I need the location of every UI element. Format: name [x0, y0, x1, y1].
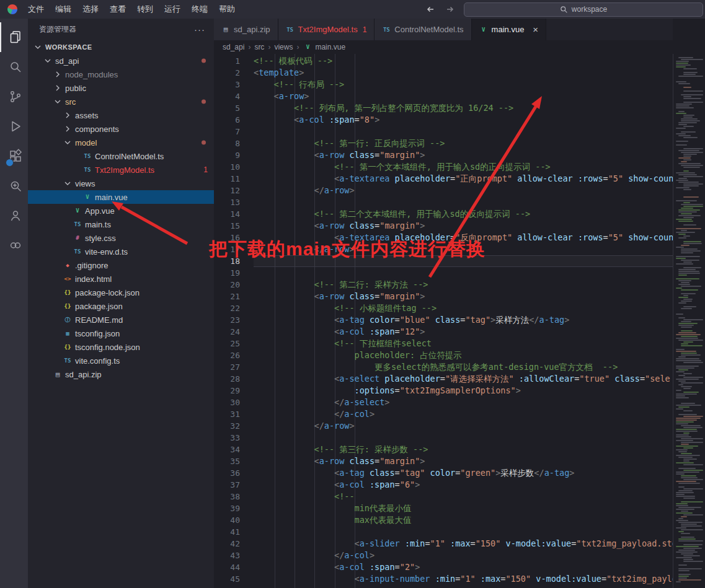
code-line-12[interactable]: </a-row> [254, 185, 673, 196]
line-number-25[interactable]: 25 [214, 338, 254, 349]
line-number-7[interactable]: 7 [214, 126, 254, 138]
tab-controlnetmodel-ts[interactable]: TSControlNetModel.ts [375, 19, 471, 40]
code-line-25[interactable]: <!-- 下拉框组件select [254, 338, 673, 349]
code-line-23[interactable]: <a-tag color="blue" class="tag">采样方法</a-… [254, 314, 673, 326]
line-number-32[interactable]: 32 [214, 420, 254, 432]
line-number-29[interactable]: 29 [214, 385, 254, 397]
line-number-15[interactable]: 15 [214, 220, 254, 232]
code-line-8[interactable]: <!-- 第一行: 正反向提示词 --> [254, 138, 673, 149]
tree-item-sd-api-zip[interactable]: ▤sd_api.zip [28, 367, 214, 381]
code-line-4[interactable]: <a-row> [254, 90, 673, 102]
line-number-2[interactable]: 2 [214, 67, 254, 79]
tree-item-index-html[interactable]: <>index.html [28, 272, 214, 286]
tree-item-sd-api[interactable]: sd_api [28, 54, 214, 68]
line-number-37[interactable]: 37 [214, 479, 254, 491]
more-actions-icon[interactable]: ··· [194, 24, 205, 35]
tree-item-gitignore[interactable]: ◆.gitignore [28, 258, 214, 272]
close-tab-icon[interactable]: × [533, 25, 538, 34]
line-number-12[interactable]: 12 [214, 185, 254, 196]
tree-item-vite-config-ts[interactable]: TSvite.config.ts [28, 354, 214, 367]
code-line-16[interactable]: <a-textarea placeholder="反向prompt" allow… [254, 232, 673, 244]
code-line-19[interactable] [254, 267, 673, 279]
code-line-13[interactable] [254, 196, 673, 208]
line-number-34[interactable]: 34 [214, 444, 254, 455]
breadcrumb-item-views[interactable]: views [274, 43, 293, 51]
code-line-5[interactable]: <!-- 列布局, 第一列占整个网页的宽度比为 16/24 --> [254, 102, 673, 114]
breadcrumb-item-sd-api[interactable]: sd_api [223, 43, 244, 51]
accounts-icon[interactable] [0, 201, 29, 230]
search-icon[interactable] [0, 52, 29, 82]
code-line-17[interactable]: </a-row> [254, 244, 673, 255]
line-number-26[interactable]: 26 [214, 349, 254, 361]
code-line-43[interactable]: </a-col> [254, 550, 673, 561]
menu-selection[interactable]: 选择 [77, 0, 104, 19]
code-line-18[interactable] [254, 255, 673, 267]
run-debug-icon[interactable] [0, 112, 29, 141]
breadcrumb-item-main-vue[interactable]: Vmain.vue [303, 43, 345, 51]
code-line-36[interactable]: <a-tag class="tag" color="green">采样步数</a… [254, 467, 673, 479]
code-line-26[interactable]: placeholder: 占位符提示 [254, 349, 673, 361]
line-number-16[interactable]: 16 [214, 232, 254, 244]
tree-item-main-vue[interactable]: Vmain.vue [28, 190, 214, 204]
line-number-17[interactable]: 17 [214, 244, 254, 255]
nav-back-button[interactable] [425, 4, 435, 14]
explorer-icon[interactable] [0, 22, 29, 52]
tree-item-readme-md[interactable]: ⓘREADME.md [28, 313, 214, 327]
code-line-38[interactable]: <!-- [254, 491, 673, 502]
line-number-11[interactable]: 11 [214, 173, 254, 185]
code-line-22[interactable]: <!-- 小标题组件tag --> [254, 302, 673, 314]
extensions-icon[interactable] [0, 141, 29, 171]
tree-item-public[interactable]: public [28, 81, 214, 95]
code-line-24[interactable]: <a-col :span="12"> [254, 326, 673, 338]
code-line-45[interactable]: <a-input-number :min="1" :max="150" v-mo… [254, 573, 673, 585]
code-line-21[interactable]: <a-row class="margin"> [254, 291, 673, 302]
line-number-8[interactable]: 8 [214, 138, 254, 149]
line-number-24[interactable]: 24 [214, 326, 254, 338]
menu-terminal[interactable]: 终端 [186, 0, 213, 19]
line-number-39[interactable]: 39 [214, 502, 254, 514]
code-line-1[interactable]: <!-- 模板代码 --> [254, 55, 673, 67]
code-line-27[interactable]: 更多select的熟悉感可以参考ant-design-vue官方文档 --> [254, 361, 673, 373]
code-line-3[interactable]: <!-- 行布局 --> [254, 79, 673, 90]
code-line-40[interactable]: max代表最大值 [254, 514, 673, 526]
menu-goto[interactable]: 转到 [131, 0, 159, 19]
line-number-27[interactable]: 27 [214, 361, 254, 373]
line-number-6[interactable]: 6 [214, 114, 254, 126]
line-number-14[interactable]: 14 [214, 208, 254, 220]
tree-item-src[interactable]: src [28, 95, 214, 108]
code-line-39[interactable]: min代表最小值 [254, 502, 673, 514]
breadcrumb-item-src[interactable]: src [254, 43, 264, 51]
tab-main-vue[interactable]: Vmain.vue× [472, 19, 547, 40]
code-line-37[interactable]: <a-col :span="6"> [254, 479, 673, 491]
line-number-20[interactable]: 20 [214, 279, 254, 291]
menu-help[interactable]: 帮助 [213, 0, 241, 19]
code-line-7[interactable] [254, 126, 673, 138]
code-line-35[interactable]: <a-row class="margin"> [254, 455, 673, 467]
tree-item-package-json[interactable]: {}package.json [28, 299, 214, 313]
line-number-9[interactable]: 9 [214, 149, 254, 161]
code-line-32[interactable]: </a-row> [254, 420, 673, 432]
code-line-42[interactable]: <a-slider :min="1" :max="150" v-model:va… [254, 538, 673, 550]
minimap[interactable] [673, 54, 705, 588]
line-number-21[interactable]: 21 [214, 291, 254, 302]
line-number-42[interactable]: 42 [214, 538, 254, 550]
tree-item-model[interactable]: model [28, 136, 214, 149]
code-line-41[interactable] [254, 526, 673, 538]
tree-item-vite-env-d-ts[interactable]: TSvite-env.d.ts [28, 245, 214, 258]
code-lines[interactable]: <!-- 模板代码 --><template> <!-- 行布局 --> <a-… [254, 54, 673, 588]
code-line-15[interactable]: <a-row class="margin"> [254, 220, 673, 232]
menu-view[interactable]: 查看 [104, 0, 131, 19]
code-line-2[interactable]: <template> [254, 67, 673, 79]
code-line-9[interactable]: <a-row class="margin"> [254, 149, 673, 161]
line-number-31[interactable]: 31 [214, 408, 254, 420]
line-number-5[interactable]: 5 [214, 102, 254, 114]
tree-item-style-css[interactable]: #style.css [28, 231, 214, 245]
line-number-13[interactable]: 13 [214, 196, 254, 208]
tree-item-controlnetmodel-ts[interactable]: TSControlNetModel.ts [28, 149, 214, 163]
code-line-30[interactable]: </a-select> [254, 397, 673, 408]
line-number-44[interactable]: 44 [214, 561, 254, 573]
tree-item-node-modules[interactable]: node_modules [28, 68, 214, 81]
line-number-22[interactable]: 22 [214, 302, 254, 314]
tree-item-tsconfig-node-json[interactable]: {}tsconfig.node.json [28, 340, 214, 354]
code-line-10[interactable]: <!-- 第一个文本域组件, 用于输入sd的正向提示词 --> [254, 161, 673, 173]
